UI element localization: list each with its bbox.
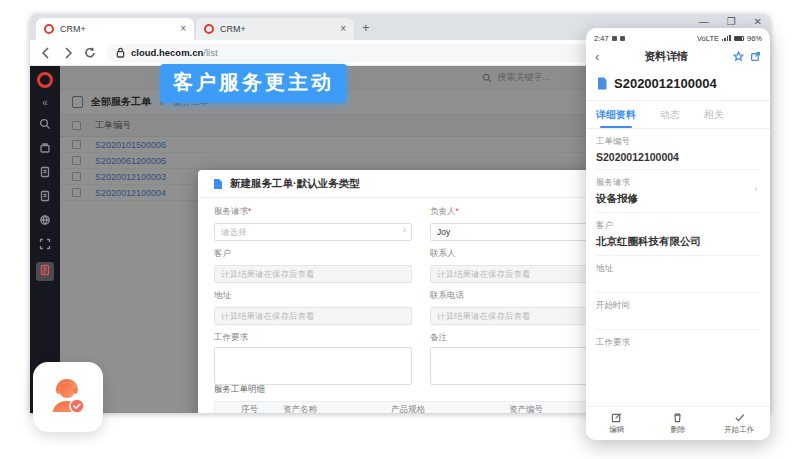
phone-mockup: 2:47 VoLTE 96% ‹ 资料详情 S2020012100004 详细资… xyxy=(586,28,770,440)
check-icon xyxy=(734,412,745,423)
field-value xyxy=(596,278,760,286)
field-label: 工单编号 xyxy=(596,136,760,148)
work-request-textarea[interactable] xyxy=(214,347,412,385)
field-value: 设备报修 xyxy=(596,192,760,206)
phone-field-row: 工单编号S2020012100004 xyxy=(596,129,760,170)
tab-title: CRM+ xyxy=(60,24,174,34)
field-label: 开始时间 xyxy=(596,300,760,312)
service-order-module-icon[interactable] xyxy=(36,262,54,281)
star-icon[interactable] xyxy=(733,51,744,62)
tab-close-icon[interactable]: × xyxy=(180,24,186,34)
crm-favicon xyxy=(44,24,54,34)
lock-icon xyxy=(116,47,125,58)
crm-logo-icon xyxy=(37,72,53,88)
phone-action-bar: 编辑 删除 开始工作 xyxy=(586,406,770,440)
status-time: 2:47 xyxy=(594,34,609,43)
company-icon[interactable] xyxy=(36,142,54,157)
document-icon xyxy=(596,77,608,90)
window-controls: — ❐ ✕ xyxy=(699,16,762,27)
chevron-right-icon: › xyxy=(403,224,406,235)
edit-action[interactable]: 编辑 xyxy=(586,407,647,440)
field-label: 服务请求* xyxy=(214,206,412,218)
url-text: cloud.hecom.cn/list xyxy=(131,47,218,58)
back-icon[interactable] xyxy=(40,47,52,59)
phone-tabs: 详细资料动态相关 xyxy=(586,101,770,129)
field-value: S2020012100004 xyxy=(596,151,760,163)
collapse-sidebar-icon[interactable]: « xyxy=(36,97,54,109)
phone-fields: 工单编号S2020012100004服务请求设备报修›客户北京红圈科技有限公司地… xyxy=(586,129,770,366)
phone-tab-相关[interactable]: 相关 xyxy=(704,101,724,128)
detail-column-header: 序号 xyxy=(241,404,283,413)
start-work-action[interactable]: 开始工作 xyxy=(709,407,770,440)
trash-icon xyxy=(672,412,683,423)
customer-service-agent-icon xyxy=(47,376,89,418)
field-label: 服务请求 xyxy=(596,177,760,189)
phone-field-row: 地址 xyxy=(596,256,760,293)
service-request-select[interactable] xyxy=(214,223,412,241)
field-label: 地址 xyxy=(214,290,412,302)
detail-column-header: 资产名称 xyxy=(283,404,391,413)
crm-favicon xyxy=(204,24,214,34)
status-app-icon xyxy=(612,36,617,41)
minimize-button[interactable]: — xyxy=(699,16,709,27)
screenshot-canvas: CRM+ × CRM+ × + — ❐ ✕ cloud.hecom.cn/lis… xyxy=(0,0,792,459)
phone-page-title: 资料详情 xyxy=(605,49,727,64)
field-label: 客户 xyxy=(596,220,760,232)
scan-icon[interactable] xyxy=(36,238,54,253)
promo-banner: 客户服务更主动 xyxy=(160,64,347,103)
browser-tab-2[interactable]: CRM+ × xyxy=(196,18,354,40)
phone-field-row: 开始时间 xyxy=(596,293,760,330)
refresh-icon[interactable] xyxy=(84,47,96,59)
field-value xyxy=(596,315,760,323)
battery-icon xyxy=(734,36,744,41)
customer-service-float-card[interactable] xyxy=(33,362,103,432)
signal-icon xyxy=(722,35,731,42)
network-label: VoLTE xyxy=(697,34,719,43)
tab-close-icon[interactable]: × xyxy=(340,24,346,34)
customer-field xyxy=(214,265,412,283)
field-label: 工作要求 xyxy=(596,337,760,349)
field-label: 工作要求 xyxy=(214,332,412,344)
phone-field-row: 工作要求 xyxy=(596,330,760,366)
phone-tab-动态[interactable]: 动态 xyxy=(660,101,680,128)
phone-nav-bar: ‹ 资料详情 xyxy=(586,44,770,68)
document-icon xyxy=(212,178,224,190)
back-chevron-icon[interactable]: ‹ xyxy=(595,49,599,64)
detail-column-header: 产品规格 xyxy=(391,404,509,413)
battery-percent: 96% xyxy=(747,34,762,43)
field-label: 客户 xyxy=(214,248,412,260)
phone-status-bar: 2:47 VoLTE 96% xyxy=(586,28,770,44)
globe-icon[interactable] xyxy=(36,214,54,229)
field-label: 地址 xyxy=(596,263,760,275)
share-icon[interactable] xyxy=(750,51,761,62)
document-icon[interactable] xyxy=(36,166,54,181)
address-field xyxy=(214,307,412,325)
search-icon[interactable] xyxy=(36,118,54,133)
phone-tab-详细资料[interactable]: 详细资料 xyxy=(596,101,636,128)
tab-title: CRM+ xyxy=(220,24,334,34)
document-icon[interactable] xyxy=(36,190,54,205)
delete-action[interactable]: 删除 xyxy=(647,407,708,440)
maximize-button[interactable]: ❐ xyxy=(727,16,736,27)
new-tab-button[interactable]: + xyxy=(362,20,370,35)
field-value xyxy=(596,352,760,360)
field-value: 北京红圈科技有限公司 xyxy=(596,235,760,249)
status-app-icon xyxy=(620,36,625,41)
forward-icon[interactable] xyxy=(62,47,74,59)
phone-field-row[interactable]: 服务请求设备报修› xyxy=(596,170,760,213)
modal-title: 新建服务工单·默认业务类型 xyxy=(230,177,360,191)
close-button[interactable]: ✕ xyxy=(754,16,762,27)
record-title-row: S2020012100004 xyxy=(586,68,770,101)
app-sidebar: « xyxy=(30,66,60,413)
edit-icon xyxy=(611,412,622,423)
record-id: S2020012100004 xyxy=(614,76,717,91)
chevron-right-icon: › xyxy=(754,182,758,194)
phone-field-row: 客户北京红圈科技有限公司 xyxy=(596,213,760,256)
browser-tab-1[interactable]: CRM+ × xyxy=(36,18,194,40)
